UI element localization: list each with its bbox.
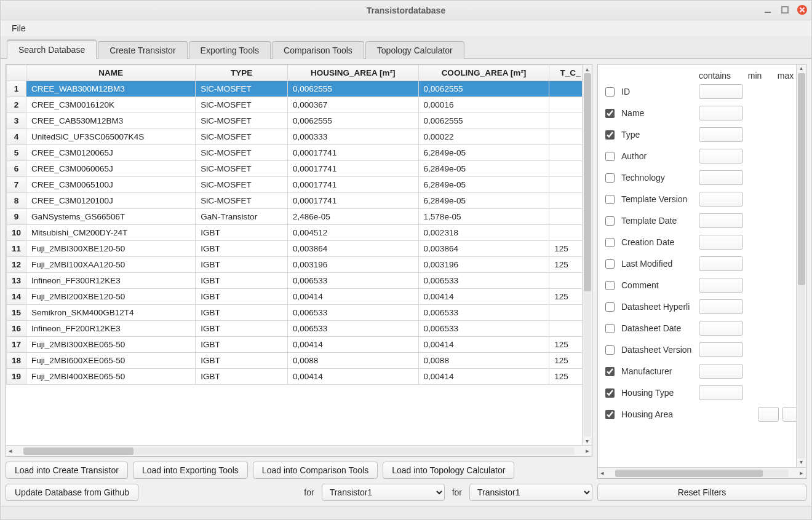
row-number-cell[interactable]: 15 bbox=[7, 305, 26, 321]
scroll-up-arrow-icon[interactable]: ▴ bbox=[800, 65, 803, 73]
table-cell[interactable]: 0,002318 bbox=[418, 225, 549, 241]
table-cell[interactable]: 6,2849e-05 bbox=[418, 193, 549, 209]
column-header[interactable]: NAME bbox=[26, 65, 196, 81]
table-cell[interactable]: Infineon_FF200R12KE3 bbox=[26, 321, 196, 337]
table-cell[interactable]: Infineon_FF300R12KE3 bbox=[26, 273, 196, 289]
table-cell[interactable]: 0,0062555 bbox=[418, 113, 549, 129]
row-number-cell[interactable]: 17 bbox=[7, 337, 26, 353]
table-row[interactable]: 15Semikron_SKM400GB12T4IGBT0,0065330,006… bbox=[7, 305, 592, 321]
row-number-cell[interactable]: 16 bbox=[7, 321, 26, 337]
table-cell[interactable]: 0,003864 bbox=[288, 241, 419, 257]
table-cell[interactable]: 0,0062555 bbox=[418, 81, 549, 97]
table-cell[interactable]: 6,2849e-05 bbox=[418, 145, 549, 161]
table-cell[interactable]: 0,00016 bbox=[418, 97, 549, 113]
table-cell[interactable]: 0,00414 bbox=[418, 369, 549, 385]
table-cell[interactable]: CREE_C3M0065100J bbox=[26, 177, 196, 193]
row-number-cell[interactable]: 1 bbox=[7, 81, 26, 97]
table-row[interactable]: 19Fuji_2MBI400XBE065-50IGBT0,004140,0041… bbox=[7, 369, 592, 385]
filter-checkbox[interactable] bbox=[605, 281, 615, 290]
row-number-cell[interactable]: 2 bbox=[7, 97, 26, 113]
filter-checkbox[interactable] bbox=[605, 87, 615, 97]
table-row[interactable]: 1CREE_WAB300M12BM3SiC-MOSFET0,00625550,0… bbox=[7, 81, 592, 97]
table-cell[interactable]: IGBT bbox=[196, 241, 288, 257]
comparison-combo-2[interactable]: Transistor1 bbox=[469, 484, 592, 501]
table-cell[interactable]: 0,0062555 bbox=[288, 81, 419, 97]
table-row[interactable]: 13Infineon_FF300R12KE3IGBT0,0065330,0065… bbox=[7, 273, 592, 289]
scroll-right-arrow-icon[interactable]: ▸ bbox=[797, 469, 806, 477]
table-cell[interactable]: Semikron_SKM400GB12T4 bbox=[26, 305, 196, 321]
row-number-cell[interactable]: 9 bbox=[7, 209, 26, 225]
table-cell[interactable]: IGBT bbox=[196, 257, 288, 273]
maximize-icon[interactable] bbox=[779, 4, 790, 15]
table-cell[interactable]: 0,00414 bbox=[288, 289, 419, 305]
row-number-cell[interactable]: 14 bbox=[7, 289, 26, 305]
tab-topology-calculator[interactable]: Topology Calculator bbox=[365, 41, 464, 59]
table-cell[interactable]: 1,578e-05 bbox=[418, 209, 549, 225]
table-cell[interactable]: 2,486e-05 bbox=[288, 209, 419, 225]
filter-contains-input[interactable] bbox=[699, 106, 743, 120]
table-cell[interactable]: IGBT bbox=[196, 369, 288, 385]
filter-checkbox[interactable] bbox=[605, 410, 615, 419]
table-cell[interactable]: 0,006533 bbox=[288, 273, 419, 289]
load-compare-button[interactable]: Load into Comparison Tools bbox=[253, 462, 378, 479]
table-cell[interactable]: SiC-MOSFET bbox=[196, 161, 288, 177]
scroll-down-arrow-icon[interactable]: ▾ bbox=[800, 459, 803, 467]
table-cell[interactable]: 0,006533 bbox=[288, 321, 419, 337]
table-cell[interactable]: 0,00414 bbox=[418, 289, 549, 305]
table-cell[interactable]: Fuji_2MBI400XBE065-50 bbox=[26, 369, 196, 385]
table-cell[interactable]: 0,004512 bbox=[288, 225, 419, 241]
table-cell[interactable]: SiC-MOSFET bbox=[196, 113, 288, 129]
table-row[interactable]: 2CREE_C3M0016120KSiC-MOSFET0,0003670,000… bbox=[7, 97, 592, 113]
table-cell[interactable]: GaNSystems_GS66506T bbox=[26, 209, 196, 225]
update-db-button[interactable]: Update Database from Github bbox=[6, 484, 138, 501]
filter-contains-input[interactable] bbox=[699, 278, 743, 293]
filter-horizontal-scrollbar[interactable]: ◂ ▸ bbox=[598, 467, 806, 478]
table-cell[interactable]: Mitsubishi_CM200DY-24T bbox=[26, 225, 196, 241]
filter-contains-input[interactable] bbox=[699, 213, 743, 228]
table-cell[interactable]: IGBT bbox=[196, 225, 288, 241]
filter-checkbox[interactable] bbox=[605, 173, 615, 183]
table-cell[interactable]: IGBT bbox=[196, 289, 288, 305]
menu-file[interactable]: File bbox=[6, 22, 32, 34]
tab-search-database[interactable]: Search Database bbox=[7, 39, 97, 59]
table-cell[interactable]: IGBT bbox=[196, 353, 288, 369]
table-cell[interactable]: 6,2849e-05 bbox=[418, 161, 549, 177]
table-cell[interactable]: IGBT bbox=[196, 273, 288, 289]
scroll-left-arrow-icon[interactable]: ◂ bbox=[598, 469, 607, 477]
row-number-cell[interactable]: 5 bbox=[7, 145, 26, 161]
table-cell[interactable]: CREE_C3M0060065J bbox=[26, 161, 196, 177]
table-row[interactable]: 5CREE_C3M0120065JSiC-MOSFET0,000177416,2… bbox=[7, 145, 592, 161]
table-cell[interactable]: 0,003196 bbox=[288, 257, 419, 273]
table-cell[interactable]: 0,00022 bbox=[418, 129, 549, 145]
filter-checkbox[interactable] bbox=[605, 109, 615, 118]
row-number-cell[interactable]: 7 bbox=[7, 177, 26, 193]
table-cell[interactable]: Fuji_2MBI300XBE120-50 bbox=[26, 241, 196, 257]
scroll-right-arrow-icon[interactable]: ▸ bbox=[583, 447, 592, 455]
tab-exporting-tools[interactable]: Exporting Tools bbox=[189, 41, 271, 59]
table-vertical-scrollbar[interactable]: ▴ ▾ bbox=[582, 65, 592, 445]
filter-checkbox[interactable] bbox=[605, 367, 615, 376]
filter-contains-input[interactable] bbox=[699, 192, 743, 207]
table-cell[interactable]: SiC-MOSFET bbox=[196, 97, 288, 113]
table-cell[interactable]: 0,003864 bbox=[418, 241, 549, 257]
table-cell[interactable]: CREE_C3M0120100J bbox=[26, 193, 196, 209]
table-cell[interactable]: 6,2849e-05 bbox=[418, 177, 549, 193]
table-cell[interactable]: SiC-MOSFET bbox=[196, 81, 288, 97]
filter-contains-input[interactable] bbox=[699, 170, 743, 185]
filter-contains-input[interactable] bbox=[699, 84, 743, 99]
table-cell[interactable]: 0,0062555 bbox=[288, 113, 419, 129]
row-number-cell[interactable]: 3 bbox=[7, 113, 26, 129]
table-cell[interactable]: SiC-MOSFET bbox=[196, 177, 288, 193]
table-cell[interactable]: 0,00017741 bbox=[288, 161, 419, 177]
column-header[interactable]: TYPE bbox=[196, 65, 288, 81]
table-cell[interactable]: UnitedSiC_UF3SC065007K4S bbox=[26, 129, 196, 145]
table-cell[interactable]: 0,00414 bbox=[288, 337, 419, 353]
table-cell[interactable]: GaN-Transistor bbox=[196, 209, 288, 225]
table-cell[interactable]: 0,006533 bbox=[418, 305, 549, 321]
scroll-left-arrow-icon[interactable]: ◂ bbox=[6, 447, 15, 455]
table-cell[interactable]: 0,000367 bbox=[288, 97, 419, 113]
reset-filters-button[interactable]: Reset Filters bbox=[597, 484, 806, 501]
row-number-cell[interactable]: 11 bbox=[7, 241, 26, 257]
filter-contains-input[interactable] bbox=[699, 364, 743, 379]
filter-checkbox[interactable] bbox=[605, 195, 615, 204]
